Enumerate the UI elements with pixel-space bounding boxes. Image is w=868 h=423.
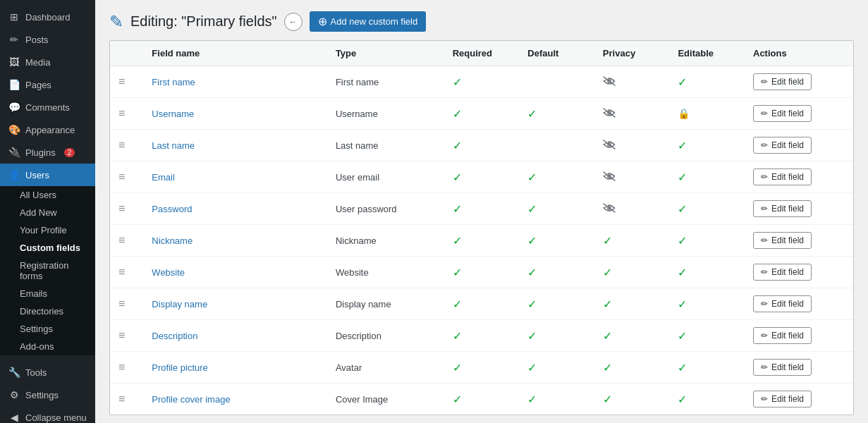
field-actions-cell: ✏ Edit field — [745, 320, 853, 352]
field-default-cell: ✓ — [519, 193, 594, 225]
submenu-item-your-profile[interactable]: Your Profile — [0, 221, 95, 239]
col-header-type: Type — [327, 41, 444, 66]
drag-handle-cell: ≡ — [110, 352, 143, 384]
edit-field-button[interactable]: ✏ Edit field — [753, 295, 812, 312]
field-type-cell: User email — [327, 161, 444, 193]
pencil-icon: ✏ — [761, 77, 768, 87]
sidebar-item-label: Users — [25, 170, 49, 180]
edit-field-button[interactable]: ✏ Edit field — [753, 264, 812, 281]
edit-field-button[interactable]: ✏ Edit field — [753, 391, 812, 407]
check-icon: ✓ — [678, 362, 687, 374]
drag-handle-icon[interactable]: ≡ — [118, 361, 125, 373]
field-type-cell: Nickname — [327, 225, 444, 257]
field-name-link[interactable]: Website — [152, 267, 185, 278]
sidebar-item-tools[interactable]: 🔧 Tools — [0, 361, 95, 384]
check-icon: ✓ — [453, 362, 462, 374]
sidebar-item-media[interactable]: 🖼 Media — [0, 51, 95, 73]
check-icon: ✓ — [453, 235, 462, 247]
submenu-item-settings[interactable]: Settings — [0, 320, 95, 338]
edit-field-button[interactable]: ✏ Edit field — [753, 232, 812, 249]
drag-handle-icon[interactable]: ≡ — [118, 107, 125, 119]
sidebar-item-settings[interactable]: ⚙ Settings — [0, 384, 95, 406]
field-required-cell: ✓ — [444, 193, 520, 225]
check-icon: ✓ — [678, 393, 687, 405]
sidebar-item-pages[interactable]: 📄 Pages — [0, 73, 95, 96]
drag-handle-icon[interactable]: ≡ — [118, 75, 125, 87]
field-name-link[interactable]: Profile picture — [152, 362, 207, 373]
field-name-link[interactable]: Nickname — [152, 235, 192, 246]
drag-handle-icon[interactable]: ≡ — [118, 266, 125, 278]
field-name-cell: Nickname — [143, 225, 327, 257]
field-name-link[interactable]: Password — [152, 204, 192, 214]
field-privacy-cell — [594, 66, 670, 98]
back-button[interactable]: ← — [284, 13, 302, 31]
field-name-link[interactable]: Profile cover image — [152, 394, 230, 405]
check-icon: ✓ — [678, 266, 687, 278]
submenu-item-add-ons[interactable]: Add-ons — [0, 338, 95, 355]
check-icon: ✓ — [453, 298, 462, 310]
field-type-cell: Website — [327, 257, 444, 288]
edit-field-button[interactable]: ✏ Edit field — [753, 200, 812, 217]
field-required-cell: ✓ — [444, 161, 520, 193]
field-name-link[interactable]: Username — [152, 109, 194, 119]
col-header-default: Default — [519, 41, 594, 66]
field-privacy-cell: ✓ — [594, 288, 670, 320]
submenu-item-registration-forms[interactable]: Registration forms — [0, 257, 95, 285]
field-name-link[interactable]: Email — [152, 172, 175, 183]
pencil-icon: ✏ — [761, 394, 768, 404]
drag-handle-icon[interactable]: ≡ — [118, 171, 125, 183]
col-header-drag — [110, 41, 143, 66]
edit-field-button[interactable]: ✏ Edit field — [753, 359, 812, 376]
sidebar-item-label: Comments — [25, 102, 70, 113]
edit-field-button[interactable]: ✏ Edit field — [753, 168, 812, 185]
edit-field-button[interactable]: ✏ Edit field — [753, 137, 812, 154]
field-type-cell: Description — [327, 320, 444, 352]
submenu-item-emails[interactable]: Emails — [0, 285, 95, 302]
field-actions-cell: ✏ Edit field — [745, 352, 853, 384]
field-privacy-cell — [594, 193, 670, 225]
field-default-cell: ✓ — [519, 384, 594, 415]
sidebar-item-dashboard[interactable]: ⊞ Dashboard — [0, 6, 95, 28]
check-icon: ✓ — [678, 171, 687, 183]
field-privacy-cell: ✓ — [594, 225, 670, 257]
sidebar-item-appearance[interactable]: 🎨 Appearance — [0, 118, 95, 141]
table-row: ≡Profile pictureAvatar✓✓✓✓ ✏ Edit field — [110, 352, 853, 384]
add-custom-field-button[interactable]: ⊕ Add new custom field — [310, 11, 427, 32]
drag-handle-cell: ≡ — [110, 193, 143, 225]
comments-icon: 💬 — [8, 102, 20, 113]
edit-field-button[interactable]: ✏ Edit field — [753, 105, 812, 122]
edit-button-label: Edit field — [771, 204, 804, 214]
plus-icon: ⊕ — [318, 15, 327, 28]
edit-field-button[interactable]: ✏ Edit field — [753, 73, 812, 90]
field-name-link[interactable]: Description — [152, 331, 197, 341]
field-name-link[interactable]: Last name — [152, 140, 195, 151]
edit-field-button[interactable]: ✏ Edit field — [753, 327, 812, 344]
field-actions-cell: ✏ Edit field — [745, 193, 853, 225]
drag-handle-icon[interactable]: ≡ — [118, 298, 125, 309]
drag-handle-icon[interactable]: ≡ — [118, 329, 125, 341]
drag-handle-icon[interactable]: ≡ — [118, 202, 125, 214]
field-name-link[interactable]: Display name — [152, 299, 207, 309]
settings-icon: ⚙ — [8, 389, 20, 400]
field-required-cell: ✓ — [444, 225, 520, 257]
submenu-item-directories[interactable]: Directories — [0, 302, 95, 320]
edit-button-label: Edit field — [771, 299, 804, 309]
sidebar-item-plugins[interactable]: 🔌 Plugins 2 — [0, 141, 95, 164]
submenu-item-add-new[interactable]: Add New — [0, 204, 95, 221]
sidebar-item-users[interactable]: 👤 Users — [0, 164, 95, 186]
sidebar-item-collapse[interactable]: ◀ Collapse menu — [0, 406, 95, 423]
submenu-item-custom-fields[interactable]: Custom fields — [0, 239, 95, 257]
sidebar-item-label: Dashboard — [25, 12, 71, 23]
sidebar-item-comments[interactable]: 💬 Comments — [0, 96, 95, 118]
drag-handle-icon[interactable]: ≡ — [118, 139, 125, 151]
submenu-item-all-users[interactable]: All Users — [0, 186, 95, 204]
field-actions-cell: ✏ Edit field — [745, 384, 853, 415]
sidebar-item-label: Plugins — [25, 147, 56, 158]
drag-handle-icon[interactable]: ≡ — [118, 234, 125, 246]
field-name-cell: Display name — [143, 288, 327, 320]
sidebar-item-posts[interactable]: ✏ Posts — [0, 28, 95, 51]
field-default-cell: ✓ — [519, 225, 594, 257]
drag-handle-cell: ≡ — [110, 98, 143, 130]
drag-handle-icon[interactable]: ≡ — [118, 393, 125, 405]
field-name-link[interactable]: First name — [152, 77, 195, 87]
